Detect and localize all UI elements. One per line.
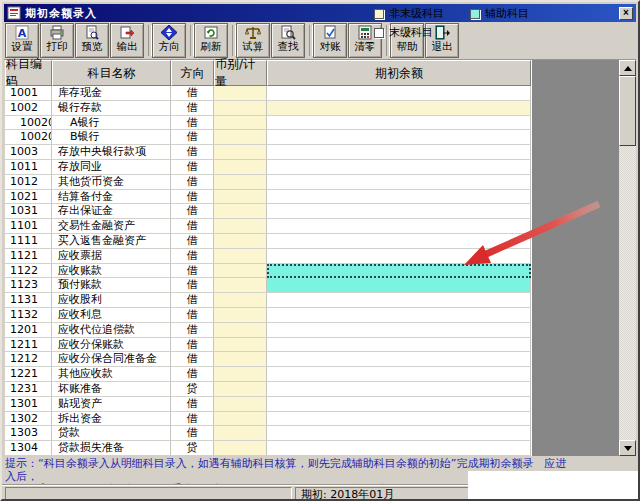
- cell-initial-balance[interactable]: [267, 278, 531, 293]
- cell-initial-balance[interactable]: [267, 293, 531, 308]
- cell-subject-name[interactable]: 银行存款: [52, 101, 171, 116]
- cell-subject-name[interactable]: 其他应收款: [52, 367, 171, 382]
- cell-subject-name[interactable]: B银行: [52, 130, 171, 145]
- cell-direction[interactable]: 借: [171, 338, 214, 353]
- cell-currency[interactable]: [214, 278, 267, 293]
- legend-color-box[interactable]: [374, 9, 384, 19]
- cell-subject-name[interactable]: 贷款损失准备: [52, 441, 171, 456]
- cell-initial-balance[interactable]: [267, 441, 531, 456]
- cell-subject-code[interactable]: 1303: [5, 426, 52, 441]
- cell-direction[interactable]: 借: [171, 219, 214, 234]
- output-button[interactable]: 输出: [110, 23, 144, 58]
- cell-currency[interactable]: [214, 264, 267, 279]
- cell-subject-name[interactable]: 存放同业: [52, 160, 171, 175]
- cell-subject-name[interactable]: 坏账准备: [52, 382, 171, 397]
- cell-subject-code[interactable]: 1001: [5, 86, 52, 101]
- cell-currency[interactable]: [214, 382, 267, 397]
- cell-subject-code[interactable]: 1121: [5, 249, 52, 264]
- cell-subject-name[interactable]: 应收账款: [52, 264, 171, 279]
- cell-direction[interactable]: 借: [171, 130, 214, 145]
- cell-subject-name[interactable]: 结算备付金: [52, 190, 171, 205]
- cell-subject-code[interactable]: 1002: [5, 101, 52, 116]
- cell-currency[interactable]: [214, 352, 267, 367]
- cell-direction[interactable]: 借: [171, 352, 214, 367]
- cell-subject-name[interactable]: 应收票据: [52, 249, 171, 264]
- cell-currency[interactable]: [214, 441, 267, 456]
- cell-currency[interactable]: [214, 160, 267, 175]
- cell-currency[interactable]: [214, 204, 267, 219]
- cell-subject-code[interactable]: 1031: [5, 204, 52, 219]
- cell-currency[interactable]: [214, 101, 267, 116]
- cell-subject-name[interactable]: 库存现金: [52, 86, 171, 101]
- cell-currency[interactable]: [214, 130, 267, 145]
- cell-initial-balance[interactable]: [267, 249, 531, 264]
- find-button[interactable]: 查找: [271, 23, 305, 58]
- cell-initial-balance[interactable]: [267, 190, 531, 205]
- trial-button[interactable]: 试算: [236, 23, 270, 58]
- reconcile-button[interactable]: 对账: [313, 23, 347, 58]
- cell-initial-balance[interactable]: [267, 412, 531, 427]
- cell-direction[interactable]: 借: [171, 397, 214, 412]
- cell-direction[interactable]: 借: [171, 249, 214, 264]
- cell-currency[interactable]: [214, 249, 267, 264]
- cell-initial-balance[interactable]: [267, 382, 531, 397]
- cell-currency[interactable]: [214, 397, 267, 412]
- cell-initial-balance[interactable]: [267, 101, 531, 116]
- cell-subject-name[interactable]: 其他货币资金: [52, 175, 171, 190]
- cell-initial-balance-selected[interactable]: [267, 264, 531, 279]
- cell-subject-code[interactable]: 1231: [5, 382, 52, 397]
- scroll-down-button[interactable]: [619, 440, 636, 456]
- refresh-button[interactable]: 刷新: [194, 23, 228, 58]
- cell-currency[interactable]: [214, 412, 267, 427]
- cell-currency[interactable]: [214, 219, 267, 234]
- cell-direction[interactable]: 借: [171, 323, 214, 338]
- cell-subject-code[interactable]: 1211: [5, 338, 52, 353]
- cell-initial-balance[interactable]: [267, 86, 531, 101]
- cell-subject-code[interactable]: 1131: [5, 293, 52, 308]
- cell-currency[interactable]: [214, 367, 267, 382]
- cell-direction[interactable]: 借: [171, 190, 214, 205]
- settings-button[interactable]: A 设置: [5, 23, 39, 58]
- cell-subject-code[interactable]: 1304: [5, 441, 52, 456]
- cell-subject-name[interactable]: A银行: [52, 116, 171, 131]
- cell-direction[interactable]: 贷: [171, 441, 214, 456]
- cell-subject-name[interactable]: 应收分保账款: [52, 338, 171, 353]
- cell-currency[interactable]: [214, 323, 267, 338]
- cell-subject-name[interactable]: 贴现资产: [52, 397, 171, 412]
- cell-direction[interactable]: 借: [171, 204, 214, 219]
- preview-button[interactable]: 预览: [75, 23, 109, 58]
- cell-currency[interactable]: [214, 234, 267, 249]
- cell-subject-name[interactable]: 应收分保合同准备金: [52, 352, 171, 367]
- cell-initial-balance[interactable]: [267, 130, 531, 145]
- cell-subject-code[interactable]: 1012: [5, 175, 52, 190]
- cell-subject-name[interactable]: 贷款: [52, 426, 171, 441]
- cell-subject-name[interactable]: 交易性金融资产: [52, 219, 171, 234]
- cell-initial-balance[interactable]: [267, 219, 531, 234]
- cell-initial-balance[interactable]: [267, 338, 531, 353]
- cell-subject-name[interactable]: 应收股利: [52, 293, 171, 308]
- cell-subject-code[interactable]: 1011: [5, 160, 52, 175]
- legend-color-box[interactable]: [470, 9, 480, 19]
- cell-direction[interactable]: 借: [171, 264, 214, 279]
- cell-currency[interactable]: [214, 145, 267, 160]
- cell-initial-balance[interactable]: [267, 160, 531, 175]
- cell-subject-code[interactable]: 1003: [5, 145, 52, 160]
- cell-subject-code[interactable]: 1111: [5, 234, 52, 249]
- cell-subject-code[interactable]: 1122: [5, 264, 52, 279]
- cell-currency[interactable]: [214, 190, 267, 205]
- cell-initial-balance[interactable]: [267, 116, 531, 131]
- cell-initial-balance[interactable]: [267, 323, 531, 338]
- cell-direction[interactable]: 借: [171, 412, 214, 427]
- cell-subject-name[interactable]: 应收利息: [52, 308, 171, 323]
- cell-direction[interactable]: 借: [171, 367, 214, 382]
- cell-subject-code[interactable]: 1123: [5, 278, 52, 293]
- cell-subject-code[interactable]: 1101: [5, 219, 52, 234]
- legend-color-box[interactable]: [374, 28, 384, 38]
- direction-button[interactable]: 方向: [152, 23, 186, 58]
- vertical-scrollbar[interactable]: [619, 60, 636, 456]
- cell-direction[interactable]: 借: [171, 293, 214, 308]
- cell-direction[interactable]: 借: [171, 86, 214, 101]
- cell-initial-balance[interactable]: [267, 367, 531, 382]
- cell-direction[interactable]: 借: [171, 308, 214, 323]
- cell-direction[interactable]: 借: [171, 145, 214, 160]
